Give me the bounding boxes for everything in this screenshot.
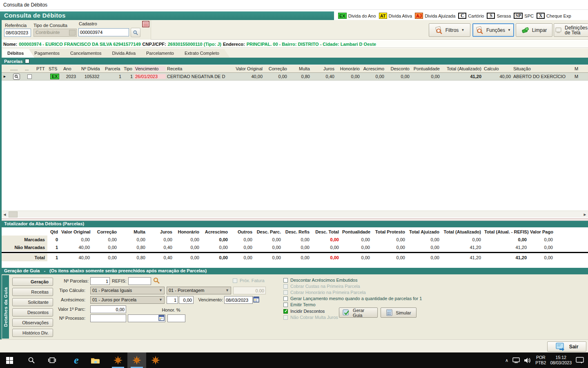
acrescimos-valor-input[interactable] — [179, 296, 194, 304]
start-button[interactable] — [0, 352, 19, 368]
hidden-icons-chevron[interactable]: ∧ — [505, 358, 508, 363]
document-check-icon — [343, 309, 350, 316]
vencimento-input[interactable] — [224, 296, 253, 304]
tot-col-total-protesto: Total Protesto — [372, 229, 407, 234]
gerar-guia-button[interactable]: Gerar Guia — [339, 307, 378, 318]
list-options-icon[interactable] — [142, 21, 149, 27]
porcentagem-value: 01 - Porcentagem — [169, 288, 204, 293]
tot-cell: 40,00 — [60, 245, 91, 250]
chk-cobrar-honorario[interactable]: Cobrar Honorário na Primeira Parcela — [283, 290, 366, 295]
tab-cancelamentos[interactable]: Cancelamentos — [65, 49, 112, 58]
language-indicator[interactable]: POR PTB2 — [535, 355, 546, 366]
table-row[interactable]: ► EX 2023 105332 1 1 26/01/2023 CERTIDAO… — [2, 73, 588, 81]
tab-divida-ativa[interactable]: Divida Ativa — [107, 49, 146, 58]
col-total-atualizado: Total (Atualizado) — [441, 66, 483, 71]
valor-1parc-input[interactable] — [90, 305, 126, 313]
detalhes-guia-side-tab[interactable]: Detalhes da Guia — [2, 275, 9, 339]
scroll-right-arrow[interactable]: ► — [582, 211, 588, 218]
processo-calendar-icon[interactable] — [158, 315, 165, 322]
taskbar-app2-button[interactable] — [127, 352, 146, 368]
chk-cobrar-custas[interactable]: Cobrar Custas na Primeira Parcela — [283, 284, 360, 289]
tot-cell: 1 — [47, 245, 60, 250]
badge-at: AT — [379, 13, 387, 19]
checkbox[interactable] — [283, 315, 288, 320]
tot-cell: 0,00 — [91, 255, 118, 260]
notifications-icon[interactable] — [576, 357, 584, 364]
cadastro-input[interactable] — [78, 28, 129, 36]
volume-icon[interactable] — [524, 357, 531, 364]
tot-cell: 0,00 — [118, 237, 147, 242]
task-view-button[interactable] — [42, 352, 61, 368]
tot-col-outros: Outros — [229, 229, 254, 234]
taskbar-app1-button[interactable] — [109, 352, 127, 368]
scroll-thumb[interactable] — [9, 211, 18, 218]
taskbar-explorer-button[interactable] — [86, 352, 105, 368]
chk-descontar-acrescimos[interactable]: Descontar Acréscimos Embutidos — [283, 278, 357, 283]
simular-button[interactable]: Simular — [381, 307, 416, 318]
app-star-icon — [132, 356, 141, 365]
legend-label: Divida do Ano — [348, 13, 376, 18]
guia-nav-receitas[interactable]: Receitas — [12, 288, 53, 296]
legend-item-divida-ativa: ATDivida Ativa — [379, 13, 412, 19]
guia-nav-geracao[interactable]: Geração — [12, 278, 53, 286]
tab-parcelamento[interactable]: Parcelamento — [141, 49, 185, 58]
checkbox[interactable] — [283, 303, 288, 307]
checkbox[interactable] — [283, 278, 288, 283]
checkbox-label: Não Cobrar Multa Juros — [290, 315, 338, 320]
row-detail-button[interactable] — [13, 74, 20, 80]
funcoes-button[interactable]: Funções▼ — [472, 23, 514, 37]
scroll-left-arrow[interactable]: ◄ — [2, 211, 8, 218]
col-honorario: Honorário — [336, 66, 361, 71]
cadastro-search-button[interactable] — [131, 28, 140, 37]
tot-col-qtd: Qtd — [47, 229, 60, 234]
n-parcelas-input[interactable] — [90, 277, 110, 285]
panel-splitter[interactable] — [2, 218, 588, 220]
horizontal-scrollbar[interactable]: ◄ ► — [2, 211, 588, 218]
legend-item-spc: SPSPC — [514, 13, 534, 19]
tot-cell: 40,00 — [60, 255, 91, 260]
refis-search-button[interactable] — [153, 277, 160, 285]
tot-col-pontualidade: Pontualidade — [341, 229, 372, 234]
tab-extrato-completo[interactable]: Extrato Completo — [180, 49, 230, 58]
chk-emitir-termo[interactable]: Emitir Termo — [283, 302, 316, 307]
tot-cell: 0,00 — [372, 245, 407, 250]
filtros-button[interactable]: Filtros▼ — [429, 23, 470, 37]
acrescimos-n-input[interactable] — [167, 296, 178, 304]
checkbox[interactable] — [283, 296, 288, 301]
referencia-input[interactable] — [4, 29, 31, 37]
sair-button[interactable]: Sair — [547, 341, 586, 352]
checkbox[interactable] — [283, 290, 288, 295]
vencimento-calendar-icon[interactable] — [253, 296, 260, 303]
guia-nav-solicitante[interactable]: Solicitante — [12, 298, 53, 306]
porcentagem-select[interactable]: 01 - Porcentagem▼ — [167, 287, 231, 294]
taskbar-search-button[interactable] — [22, 352, 41, 368]
checkbox[interactable] — [283, 284, 288, 289]
clock[interactable]: 15:12 08/03/2023 — [550, 355, 572, 366]
guia-nav-historico[interactable]: Histórico Div. — [12, 329, 53, 337]
tab-pagamentos[interactable]: Pagamentos — [29, 49, 70, 58]
tipo-consulta-select[interactable]: Contribuinte — [33, 29, 77, 37]
checkbox-checked[interactable] — [283, 309, 288, 314]
guia-nav-descontos[interactable]: Descontos — [12, 308, 53, 316]
parcelas-checkbox[interactable] — [25, 59, 29, 63]
prox-fatura-checkbox[interactable] — [233, 278, 237, 283]
n-processo-input[interactable] — [90, 314, 126, 322]
limpar-button[interactable]: Limpar — [516, 23, 552, 37]
network-icon[interactable] — [512, 357, 520, 363]
honor-input[interactable] — [167, 314, 185, 322]
prox-fatura-checkbox-row[interactable]: Próx. Fatura — [233, 278, 265, 283]
guia-nav-observacoes[interactable]: Observações — [12, 319, 53, 327]
taskbar-app3-button[interactable] — [146, 352, 165, 368]
chk-incidir-descontos[interactable]: Incidir Descontos — [283, 309, 325, 314]
chk-gerar-lancamento[interactable]: Gerar Lançamento mesmo quando a quantida… — [283, 296, 422, 301]
chevron-down-icon: ▼ — [225, 288, 229, 292]
acrescimos-select[interactable]: 01 - Juros por Parcela▼ — [90, 296, 165, 304]
definicoes-tela-button[interactable]: Definiçõesde Tela — [554, 23, 588, 37]
parcelas-label: Parcelas — [4, 59, 22, 64]
refis-input[interactable] — [128, 277, 151, 285]
chk-nao-cobrar-multa[interactable]: Não Cobrar Multa Juros — [283, 315, 338, 320]
taskbar-ie-button[interactable]: e — [67, 352, 86, 368]
tipo-calculo-select[interactable]: 01 - Parcelas Iguais▼ — [90, 287, 165, 294]
row-checkbox[interactable] — [27, 74, 32, 79]
tot-cell: 0,00 — [283, 255, 311, 260]
